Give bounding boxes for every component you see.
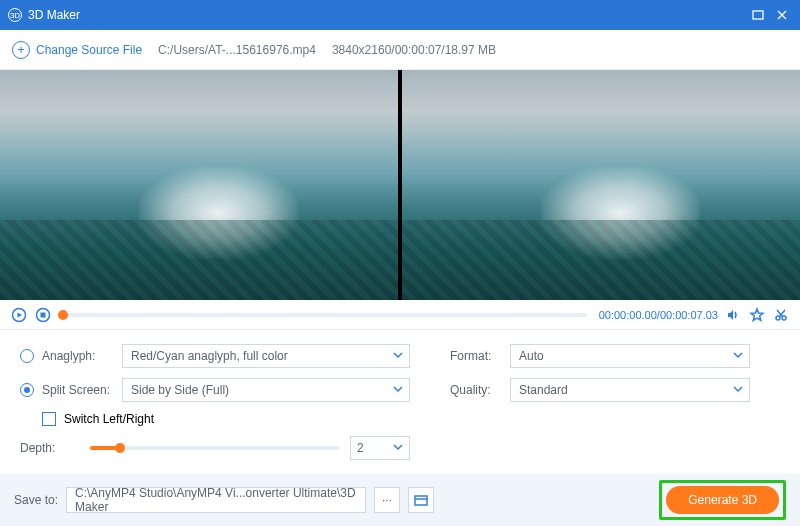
splitscreen-row: Split Screen: Side by Side (Full) xyxy=(20,378,410,402)
depth-label: Depth: xyxy=(20,441,80,455)
depth-value-select[interactable]: 2 xyxy=(350,436,410,460)
change-source-label: Change Source File xyxy=(36,43,142,57)
chevron-down-icon xyxy=(393,383,403,397)
stop-button[interactable] xyxy=(34,306,52,324)
open-folder-button[interactable] xyxy=(408,487,434,513)
settings-right-column: Format: Auto Quality: Standard xyxy=(450,344,750,460)
playbar: 00:00:00.00/00:00:07.03 xyxy=(0,300,800,330)
chevron-down-icon xyxy=(733,349,743,363)
svg-point-5 xyxy=(782,316,786,320)
video-preview xyxy=(0,70,800,300)
window-title: 3D Maker xyxy=(28,8,746,22)
settings-left-column: Anaglyph: Red/Cyan anaglyph, full color … xyxy=(20,344,410,460)
source-file-path: C:/Users/AT-...15616976.mp4 xyxy=(158,43,316,57)
svg-rect-0 xyxy=(753,11,763,19)
chevron-down-icon xyxy=(393,349,403,363)
cut-button[interactable] xyxy=(772,306,790,324)
titlebar: 3D 3D Maker xyxy=(0,0,800,30)
plus-circle-icon: + xyxy=(12,41,30,59)
timeline-thumb[interactable] xyxy=(58,310,68,320)
time-duration: 00:00:07.03 xyxy=(660,309,718,321)
switch-label: Switch Left/Right xyxy=(64,412,154,426)
chevron-down-icon xyxy=(733,383,743,397)
svg-rect-6 xyxy=(415,496,427,505)
format-select[interactable]: Auto xyxy=(510,344,750,368)
save-to-label: Save to: xyxy=(14,493,58,507)
window: 3D 3D Maker + Change Source File C:/User… xyxy=(0,0,800,526)
anaglyph-label: Anaglyph: xyxy=(42,349,114,363)
preview-right xyxy=(402,70,800,300)
save-path-value: C:\AnyMP4 Studio\AnyMP4 Vi...onverter Ul… xyxy=(75,486,357,514)
anaglyph-row: Anaglyph: Red/Cyan anaglyph, full color xyxy=(20,344,410,368)
depth-row: Depth: 2 xyxy=(20,436,410,460)
source-file-info: 3840x2160/00:00:07/18.97 MB xyxy=(332,43,496,57)
anaglyph-select[interactable]: Red/Cyan anaglyph, full color xyxy=(122,344,410,368)
depth-slider[interactable] xyxy=(90,446,340,450)
switch-row: Switch Left/Right xyxy=(20,412,410,426)
svg-point-4 xyxy=(776,316,780,320)
format-value: Auto xyxy=(519,349,544,363)
time-current: 00:00:00.00 xyxy=(599,309,657,321)
close-button[interactable] xyxy=(770,3,794,27)
splitscreen-value: Side by Side (Full) xyxy=(131,383,229,397)
minimize-button[interactable] xyxy=(746,3,770,27)
quality-label: Quality: xyxy=(450,383,502,397)
format-row: Format: Auto xyxy=(450,344,750,368)
settings-panel: Anaglyph: Red/Cyan anaglyph, full color … xyxy=(0,330,800,470)
anaglyph-value: Red/Cyan anaglyph, full color xyxy=(131,349,288,363)
generate-highlight: Generate 3D xyxy=(659,480,786,520)
volume-button[interactable] xyxy=(724,306,742,324)
quality-select[interactable]: Standard xyxy=(510,378,750,402)
timecode: 00:00:00.00/00:00:07.03 xyxy=(599,309,718,321)
depth-slider-thumb[interactable] xyxy=(115,443,125,453)
generate-button[interactable]: Generate 3D xyxy=(666,486,779,514)
app-icon: 3D xyxy=(8,8,22,22)
save-path-input[interactable]: C:\AnyMP4 Studio\AnyMP4 Vi...onverter Ul… xyxy=(66,487,366,513)
format-label: Format: xyxy=(450,349,502,363)
svg-rect-3 xyxy=(41,312,46,317)
footer: Save to: C:\AnyMP4 Studio\AnyMP4 Vi...on… xyxy=(0,474,800,526)
quality-row: Quality: Standard xyxy=(450,378,750,402)
toolbar: + Change Source File C:/Users/AT-...1561… xyxy=(0,30,800,70)
preview-left xyxy=(0,70,398,300)
splitscreen-label: Split Screen: xyxy=(42,383,114,397)
splitscreen-radio[interactable] xyxy=(20,383,34,397)
snapshot-button[interactable] xyxy=(748,306,766,324)
anaglyph-radio[interactable] xyxy=(20,349,34,363)
quality-value: Standard xyxy=(519,383,568,397)
depth-value: 2 xyxy=(357,441,364,455)
change-source-button[interactable]: + Change Source File xyxy=(12,41,142,59)
play-button[interactable] xyxy=(10,306,28,324)
splitscreen-select[interactable]: Side by Side (Full) xyxy=(122,378,410,402)
chevron-down-icon xyxy=(393,441,403,455)
browse-button[interactable]: ··· xyxy=(374,487,400,513)
timeline-slider[interactable] xyxy=(58,313,587,317)
switch-checkbox[interactable] xyxy=(42,412,56,426)
